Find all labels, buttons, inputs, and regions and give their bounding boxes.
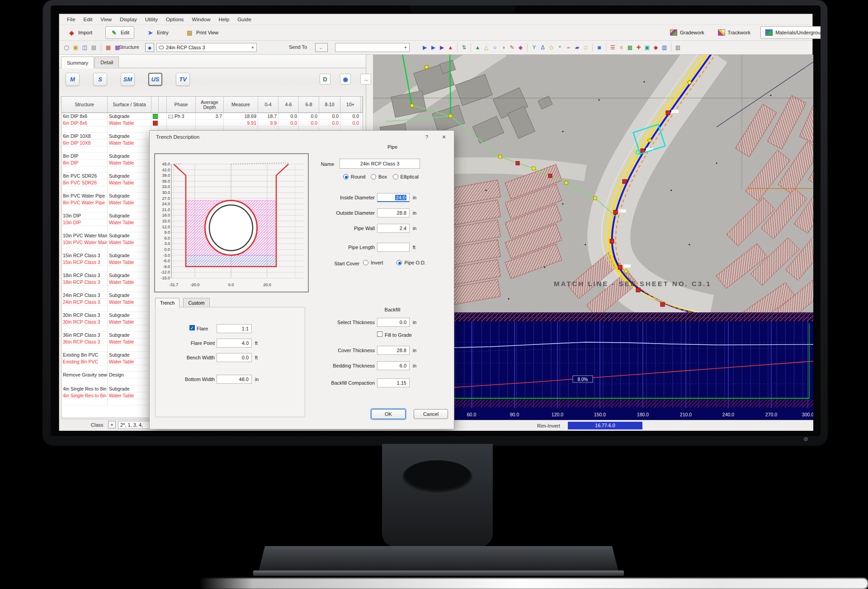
draw-tool-6-icon[interactable]: ⇅ <box>460 44 468 52</box>
structure-label: Structure <box>119 44 139 50</box>
close-icon[interactable]: ✕ <box>439 133 449 141</box>
materials-underground-button[interactable]: Materials/Underground <box>760 26 821 39</box>
draw-tool-29-icon[interactable]: ▣ <box>643 44 651 52</box>
view-button-s[interactable]: S <box>93 73 107 86</box>
draw-tool-9-icon[interactable]: △ <box>482 44 490 52</box>
view-button-m[interactable]: M <box>66 73 80 86</box>
send-target-combobox[interactable]: ▼ <box>335 43 410 52</box>
flare-checkbox[interactable]: ✓ <box>189 325 195 330</box>
draw-tool-20-icon[interactable]: ▰ <box>573 44 581 52</box>
menu-item-utility[interactable]: Utility <box>141 15 162 24</box>
entry-button[interactable]: ➤Entry <box>142 26 174 39</box>
shape-radio-elliptical[interactable]: Elliptical <box>393 174 419 179</box>
menu-item-edit[interactable]: Edit <box>80 15 97 24</box>
inside-diameter-field[interactable]: 24.0 <box>377 193 410 202</box>
cover-thickness-field[interactable]: 28.8 <box>377 346 410 355</box>
draw-tool-17-icon[interactable]: ◇ <box>547 44 555 52</box>
import-button[interactable]: ◈Import <box>63 26 97 39</box>
draw-tool-27-icon[interactable]: ▩ <box>626 44 634 52</box>
draw-tool-2-icon[interactable]: ▶ <box>429 44 437 52</box>
draw-tool-12-icon[interactable]: ✎ <box>508 44 516 52</box>
menu-item-options[interactable]: Options <box>162 15 188 24</box>
ok-button[interactable]: OK <box>371 409 406 419</box>
draw-tool-19-icon[interactable]: ＝ <box>565 44 572 52</box>
shape-radio-round[interactable]: Round <box>343 174 365 179</box>
file-tool-3-icon[interactable]: ◫ <box>81 44 89 52</box>
draw-tool-30-icon[interactable]: ◆ <box>652 44 660 52</box>
surface-strata: Subgrade <box>108 252 151 259</box>
flare-field[interactable]: 1:1 <box>217 324 252 333</box>
tab-summary[interactable]: Summary <box>61 57 94 68</box>
svg-text:27.0: 27.0 <box>162 196 170 201</box>
menu-item-window[interactable]: Window <box>188 15 215 24</box>
draw-tool-1-icon[interactable]: ▶ <box>421 44 429 52</box>
draw-tool-11-icon[interactable]: ◑ <box>500 44 507 52</box>
pipe-wall-field[interactable]: 2.4 <box>377 224 410 233</box>
table-row[interactable]: 6in DIP 8x6Water Table9.919.90.00.00.00.… <box>61 120 363 127</box>
trackwork-button[interactable]: Trackwork <box>713 26 755 39</box>
view-button-tv[interactable]: TV <box>176 73 190 86</box>
flare-point-field[interactable]: 4.0 <box>217 339 252 348</box>
svg-text:60.0: 60.0 <box>467 412 476 417</box>
dialog-tab-trench[interactable]: Trench <box>155 298 179 307</box>
draw-tool-31-icon[interactable]: ▥ <box>660 44 668 52</box>
draw-tool-21-icon[interactable]: □ <box>582 44 590 52</box>
draw-tool-4-icon[interactable]: ▲ <box>447 44 454 52</box>
select-thickness-field[interactable]: 0.0 <box>377 318 410 327</box>
tab-detail[interactable]: Detail <box>94 57 119 67</box>
outside-diameter-field[interactable]: 28.8 <box>377 208 410 217</box>
cancel-button[interactable]: Cancel <box>414 409 448 419</box>
start-cover-radio-pipe-o-d[interactable]: Pipe O.D. <box>396 260 426 265</box>
draw-tool-33-icon[interactable]: ▧ <box>674 44 682 52</box>
draw-tool-18-icon[interactable]: ＊ <box>556 44 564 52</box>
file-tool-4-icon[interactable]: ▤ <box>90 44 98 52</box>
bench-width-field[interactable]: 0.0 <box>217 353 252 362</box>
draw-tool-28-icon[interactable]: ✚ <box>635 44 642 52</box>
menu-item-help[interactable]: Help <box>214 15 233 24</box>
bottom-width-field[interactable]: 48.0 <box>217 375 252 384</box>
filler <box>361 113 363 120</box>
structure-filter-button[interactable]: ◆ <box>145 43 154 52</box>
edit-button[interactable]: ✎Edit <box>105 26 134 39</box>
draw-tool-16-icon[interactable]: Δ <box>539 44 547 52</box>
print-preview-icon[interactable]: ◉ <box>340 74 351 85</box>
table-row[interactable]: 6in DIP 8x6SubgradePh 33.718.6918.70.00.… <box>61 113 363 120</box>
pipe-name-field[interactable]: 24in RCP Class 3 <box>340 159 420 169</box>
view-button-sm[interactable]: SM <box>121 73 135 86</box>
dialog-tab-custom[interactable]: Custom <box>183 298 209 307</box>
bedding-thickness-field[interactable]: 6.0 <box>377 361 410 370</box>
menu-item-display[interactable]: Display <box>116 15 141 24</box>
shape-radio-box[interactable]: Box <box>371 174 387 179</box>
start-cover-radio-invert[interactable]: Invert <box>363 260 383 265</box>
file-tool-2-icon[interactable]: ▣ <box>72 44 80 52</box>
backfill-compaction-field[interactable]: 1.15 <box>377 378 410 387</box>
draw-tool-25-icon[interactable]: ☰ <box>609 44 617 52</box>
draw-tool-3-icon[interactable]: ▶ <box>438 44 446 52</box>
draw-tool-13-icon[interactable]: ◆ <box>517 44 524 52</box>
file-tool-1-icon[interactable]: ▢ <box>63 44 71 52</box>
class-filter-button[interactable]: ● <box>108 421 116 429</box>
print-view-button[interactable]: ▤Print View <box>181 26 223 39</box>
fill-to-grade-checkbox[interactable] <box>377 331 382 337</box>
file-tool-6-icon[interactable]: ▦ <box>104 44 112 52</box>
draw-tool-10-icon[interactable]: ○ <box>491 44 499 52</box>
structure-combobox[interactable]: 24in RCP Class 3 ▼ <box>156 43 257 52</box>
draw-tool-15-icon[interactable]: Y <box>530 44 538 52</box>
draw-tool-26-icon[interactable]: ≡ <box>618 44 625 52</box>
gradework-button[interactable]: Gradework <box>665 26 709 39</box>
export-icon[interactable]: → <box>360 74 371 85</box>
send-to-button[interactable]: ← <box>315 43 328 52</box>
pipe-length-field[interactable] <box>377 243 410 252</box>
menu-item-guide[interactable]: Guide <box>233 15 255 24</box>
view-button-us[interactable]: US <box>148 73 162 86</box>
menu-item-view[interactable]: View <box>96 15 116 24</box>
draw-tool-8-icon[interactable]: ▲ <box>474 44 481 52</box>
phase-cell: Ph 3 <box>167 113 196 120</box>
help-button[interactable]: ? <box>422 133 432 141</box>
report-document-icon[interactable]: D <box>320 74 330 85</box>
rim-invert-field[interactable]: 16.77-6.0 <box>568 422 642 429</box>
structure-name: 10in PVC Water Main <box>61 232 108 239</box>
draw-tool-23-icon[interactable]: ◙ <box>595 44 603 52</box>
gap-cell <box>61 206 108 212</box>
menu-item-file[interactable]: File <box>63 15 80 24</box>
